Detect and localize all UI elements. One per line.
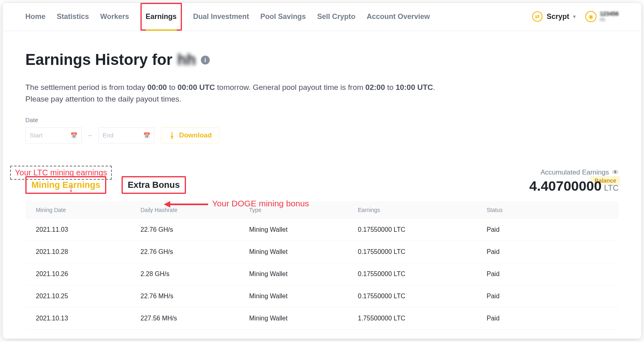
table-row: 2021.10.13227.56 MH/sMining Wallet1.7550… <box>25 308 619 330</box>
calendar-icon: 📅 <box>70 132 77 139</box>
cell-status: Paid <box>487 293 608 300</box>
cell-hashrate: 2.28 GH/s <box>140 270 249 278</box>
cell-hashrate: 22.76 MH/s <box>140 293 249 300</box>
user-menu[interactable]: ◉ 123456 hh <box>585 11 619 23</box>
nav-statistics[interactable]: Statistics <box>57 3 89 31</box>
cell-type: Mining Wallet <box>249 226 358 233</box>
cell-status: Paid <box>487 315 608 322</box>
cell-type: Mining Wallet <box>249 270 358 278</box>
settlement-info: The settlement period is from today 00:0… <box>25 81 619 105</box>
cell-status: Paid <box>487 270 608 278</box>
cell-type: Mining Wallet <box>249 315 358 322</box>
cell-hashrate: 227.56 MH/s <box>140 315 249 322</box>
cell-type: Mining Wallet <box>249 248 358 256</box>
earnings-table: Mining Date Daily Hashrate Type Earnings… <box>25 201 619 330</box>
nav-dual-investment[interactable]: Dual Investment <box>193 3 249 31</box>
tab-mining-earnings[interactable]: Mining Earnings <box>25 176 106 194</box>
page-title: Earnings History for hh i <box>25 51 619 69</box>
user-id: 123456 <box>600 11 619 17</box>
download-button[interactable]: ⭳ Download <box>161 127 219 143</box>
user-sub: hh <box>600 17 619 23</box>
col-mining-date: Mining Date <box>36 207 140 213</box>
nav-workers[interactable]: Workers <box>100 3 129 31</box>
cell-date: 2021.10.25 <box>36 293 140 300</box>
accumulated-label: Accumulated Earnings 👁 <box>541 168 619 177</box>
cell-earnings: 1.75500000 LTC <box>358 315 487 322</box>
nav-earnings[interactable]: Earnings <box>140 3 182 31</box>
col-status: Status <box>487 207 608 213</box>
nav-home[interactable]: Home <box>25 3 45 31</box>
cell-date: 2021.11.03 <box>36 226 140 233</box>
accumulated-value: 4.40700000LTC <box>529 178 619 194</box>
cell-hashrate: 22.76 GH/s <box>140 248 249 256</box>
nav-pool-savings[interactable]: Pool Savings <box>260 3 306 31</box>
cell-date: 2021.10.13 <box>36 315 140 322</box>
date-label: Date <box>25 116 619 123</box>
calendar-icon: 📅 <box>143 132 150 139</box>
download-icon: ⭳ <box>169 131 176 139</box>
swap-icon: ⇄ <box>532 11 543 22</box>
table-row: 2021.10.2522.76 MH/sMining Wallet0.17550… <box>25 285 619 308</box>
table-row: 2021.10.262.28 GH/sMining Wallet0.175500… <box>25 263 619 285</box>
cell-status: Paid <box>487 248 608 256</box>
end-date-input[interactable]: End 📅 <box>98 127 155 143</box>
cell-type: Mining Wallet <box>249 293 358 300</box>
nav-sell-crypto[interactable]: Sell Crypto <box>317 3 355 31</box>
cell-status: Paid <box>487 226 608 233</box>
eye-icon[interactable]: 👁 <box>612 169 619 176</box>
cell-date: 2021.10.26 <box>36 270 140 278</box>
table-row: 2021.10.2822.76 GH/sMining Wallet0.17550… <box>25 241 619 263</box>
cell-hashrate: 22.76 GH/s <box>140 226 249 233</box>
algorithm-label: Scrypt <box>547 12 569 21</box>
cell-earnings: 0.17550000 LTC <box>358 270 487 278</box>
algorithm-select[interactable]: ⇄ Scrypt ▾ <box>532 11 576 22</box>
info-icon[interactable]: i <box>201 56 210 64</box>
top-nav: Home Statistics Workers Earnings Dual In… <box>3 3 641 31</box>
start-date-input[interactable]: Start 📅 <box>25 127 82 143</box>
nav-account-overview[interactable]: Account Overview <box>367 3 430 31</box>
annotation-arrow-left <box>164 200 208 209</box>
chevron-down-icon: ▾ <box>573 14 576 19</box>
cell-earnings: 0.17550000 LTC <box>358 248 487 256</box>
table-row: 2021.11.0322.76 GH/sMining Wallet0.17550… <box>25 219 619 241</box>
cell-earnings: 0.17550000 LTC <box>358 226 487 233</box>
col-earnings: Earnings <box>358 207 487 213</box>
svg-marker-1 <box>164 201 170 208</box>
page-title-subject: hh <box>177 51 196 69</box>
cell-earnings: 0.17550000 LTC <box>358 293 487 300</box>
avatar-icon: ◉ <box>585 11 597 22</box>
date-separator: – <box>88 132 92 139</box>
annotation-doge-bonus: Your DOGE mining bonus <box>212 199 309 208</box>
cell-date: 2021.10.28 <box>36 248 140 256</box>
tab-extra-bonus[interactable]: Extra Bonus <box>122 176 186 194</box>
